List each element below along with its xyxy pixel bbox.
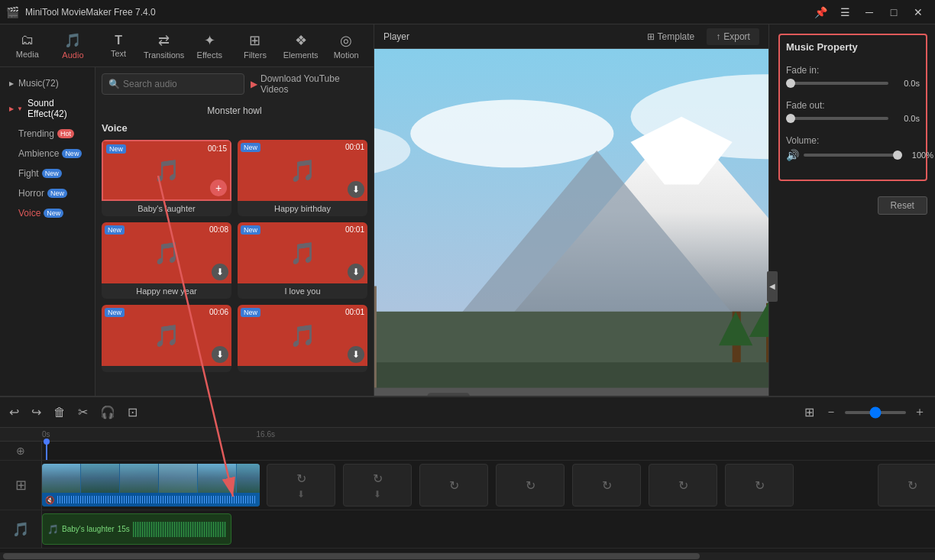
download-button-4[interactable]: ⬇: [348, 264, 364, 280]
zoom-slider[interactable]: [845, 411, 906, 414]
close-button[interactable]: ✕: [907, 4, 929, 21]
sidebar-item-trending[interactable]: Trending Hot: [0, 124, 95, 144]
titlebar-controls[interactable]: 📌 ☰ ─ □ ✕: [810, 4, 929, 21]
transition-cell-4[interactable]: ↻: [496, 464, 565, 507]
add-button-1[interactable]: +: [210, 180, 227, 196]
delete-button[interactable]: 🗑: [50, 403, 69, 422]
video-clip[interactable]: 🔇: [42, 464, 260, 507]
audio-thumb-3[interactable]: 🎵 New 00:08 ⬇: [102, 222, 231, 283]
audio-edit-button[interactable]: 🎧: [97, 402, 118, 422]
fight-badge: New: [42, 169, 62, 178]
card-label-1: Baby's laughter: [102, 201, 231, 216]
app-icon: 🎬: [6, 6, 19, 18]
transition-cell-7[interactable]: ↻: [725, 464, 794, 507]
volume-prop-slider[interactable]: [804, 154, 902, 157]
cut-button[interactable]: ✂: [75, 402, 91, 422]
collapse-panel-button[interactable]: ◀: [767, 271, 778, 302]
audio-card-6[interactable]: 🎵 New 00:01 ⬇: [238, 305, 367, 372]
duration-2: 00:01: [345, 143, 364, 151]
fade-out-row: Fade out: 0.0s: [786, 100, 920, 123]
toolbar-filters[interactable]: ⊞ Filters: [234, 28, 277, 64]
music-property-title: Music Property: [786, 41, 920, 53]
ruler-mark-16s: 16.6s: [257, 430, 275, 439]
download-button-6[interactable]: ⬇: [348, 346, 364, 363]
pin-button[interactable]: 📌: [810, 4, 831, 21]
sidebar-item-voice[interactable]: Voice New: [0, 203, 95, 223]
zoom-out-button[interactable]: －: [822, 401, 840, 423]
card-label-4: I love you: [238, 283, 367, 299]
music-clip[interactable]: 🎵 Baby's laughter 15s: [42, 513, 231, 545]
duration-4: 00:01: [345, 225, 364, 234]
loop-icon-8: ↻: [907, 478, 917, 493]
audio-card-5[interactable]: 🎵 New 00:06 ⬇: [102, 305, 231, 372]
toolbar-audio[interactable]: 🎵 Audio: [52, 28, 95, 64]
audio-thumb-5[interactable]: 🎵 New 00:06 ⬇: [102, 305, 231, 366]
toolbar-media[interactable]: 🗂 Media: [6, 28, 49, 64]
scrollbar-thumb[interactable]: [3, 553, 700, 559]
sidebar-item-sound-effect[interactable]: ▼ Sound Effect(42): [0, 93, 95, 124]
video-track-content: 🔇 ↻ ⬇ ↻ ⬇ ↻: [42, 461, 935, 510]
music-track-row: 🎵 🎵 Baby's laughter 15s: [0, 510, 935, 549]
dl-icon-1: ⬇: [297, 489, 305, 500]
export-button[interactable]: ↑ Export: [707, 28, 759, 45]
download-button-2[interactable]: ⬇: [348, 181, 364, 198]
transition-cell-2[interactable]: ↻ ⬇: [343, 464, 412, 507]
audio-card-3[interactable]: 🎵 New 00:08 ⬇ Happy new year: [102, 222, 231, 299]
toolbar-motion[interactable]: ◎ Motion: [325, 28, 367, 64]
download-button-5[interactable]: ⬇: [212, 346, 228, 363]
template-button[interactable]: ⊞ Template: [641, 28, 701, 45]
transition-cell-6[interactable]: ↻: [649, 464, 717, 507]
audio-card-1[interactable]: 🎵 New 00:15 + Baby's laughter: [102, 140, 231, 216]
transition-cell-3[interactable]: ↻: [419, 464, 488, 507]
toolbar-effects[interactable]: ✦ Effects: [189, 28, 231, 64]
redo-button[interactable]: ↪: [28, 402, 44, 422]
undo-button[interactable]: ↩: [6, 402, 22, 422]
add-media-label: ⊕: [0, 442, 42, 460]
audio-card-4[interactable]: 🎵 New 00:01 ⬇ I love you: [238, 222, 367, 299]
fade-in-slider[interactable]: [786, 82, 888, 85]
loop-icon-4: ↻: [526, 478, 535, 493]
sidebar-item-music[interactable]: ▶ Music(72): [0, 73, 95, 93]
reset-button[interactable]: Reset: [878, 196, 927, 215]
toolbar-elements[interactable]: ❖ Elements: [280, 28, 322, 64]
zoom-fit-button[interactable]: ⊞: [801, 402, 817, 422]
sidebar-item-horror[interactable]: Horror New: [0, 183, 95, 203]
add-media-track-row: ⊕: [0, 442, 935, 461]
search-input[interactable]: [123, 79, 238, 89]
audio-thumb-4[interactable]: 🎵 New 00:01 ⬇: [238, 222, 367, 283]
expand-icon: ▶: [9, 80, 14, 87]
download-button-3[interactable]: ⬇: [212, 264, 228, 280]
zoom-in-button[interactable]: ＋: [911, 401, 929, 423]
music-track-icon: 🎵: [12, 521, 29, 538]
audio-thumb-2[interactable]: 🎵 New 00:01 ⬇: [238, 140, 367, 201]
search-bar[interactable]: 🔍: [102, 73, 244, 95]
duration-6: 00:01: [345, 308, 364, 316]
new-badge-2: New: [241, 143, 260, 152]
music-note-icon-1: 🎵: [154, 158, 180, 183]
minimize-button[interactable]: ─: [859, 4, 880, 21]
music-clip-music-icon: 🎵: [47, 524, 59, 535]
audio-card-2[interactable]: 🎵 New 00:01 ⬇ Happy birthday: [238, 140, 367, 216]
sidebar-item-fight[interactable]: Fight New: [0, 163, 95, 183]
menu-button[interactable]: ☰: [834, 4, 856, 21]
sidebar-item-ambience[interactable]: Ambience New: [0, 144, 95, 163]
search-icon: 🔍: [108, 79, 120, 89]
maximize-button[interactable]: □: [883, 4, 904, 21]
audio-thumb-6[interactable]: 🎵 New 00:01 ⬇: [238, 305, 367, 366]
music-clip-label: Baby's laughter: [62, 525, 115, 533]
transition-cell-5[interactable]: ↻: [572, 464, 641, 507]
toolbar-text[interactable]: T Text: [97, 28, 140, 64]
music-note-icon-5: 🎵: [154, 323, 180, 348]
transition-cell-1[interactable]: ↻ ⬇: [267, 464, 335, 507]
toolbar-transitions[interactable]: ⇄ Transitions: [143, 28, 186, 64]
timeline-scrollbar[interactable]: [0, 552, 935, 560]
download-link[interactable]: ▶ Download YouTube Videos: [251, 73, 367, 95]
loop-icon-6: ↻: [678, 478, 688, 493]
svg-rect-12: [374, 286, 377, 388]
fade-out-slider[interactable]: [786, 117, 888, 120]
new-badge-4: New: [241, 225, 260, 235]
crop-button[interactable]: ⊡: [125, 402, 141, 422]
transition-cell-8[interactable]: ↻: [878, 464, 935, 507]
effects-icon: ✦: [204, 32, 215, 49]
audio-thumb-1[interactable]: 🎵 New 00:15 +: [102, 140, 231, 201]
